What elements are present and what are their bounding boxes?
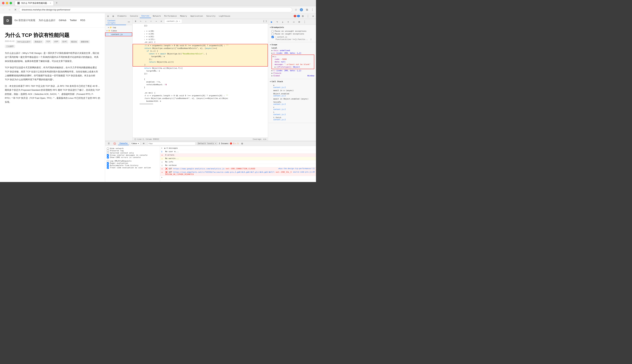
scope-header[interactable]: ▼ Scope: [268, 43, 316, 46]
nav-go-lang[interactable]: Go 语言设计与实现: [15, 19, 35, 22]
deactivate-icon[interactable]: ⊘: [297, 20, 301, 24]
pause-caught-input[interactable]: [272, 33, 274, 35]
callstack-header[interactable]: ▼ Call Stack: [268, 80, 316, 83]
back-button[interactable]: ←: [1, 8, 6, 12]
tag-udp[interactable]: UDP: [53, 40, 59, 44]
tab-memory[interactable]: Memory: [178, 14, 189, 18]
reload-button[interactable]: ✕: [13, 8, 18, 12]
content-scripts-tab[interactable]: Content scripts: [106, 19, 126, 25]
step-icon[interactable]: →: [154, 19, 158, 24]
tab-console[interactable]: Console: [128, 14, 140, 18]
tag-congestion[interactable]: 拥塞控制: [80, 40, 90, 44]
clear-console-icon[interactable]: 🚫: [112, 141, 117, 146]
console-settings-icon[interactable]: ⚙: [240, 141, 244, 146]
pause-uncaught-checkbox[interactable]: Pause on uncaught exceptions: [272, 30, 314, 32]
maximize-button[interactable]: [10, 2, 12, 4]
err-link-2[interactable]: https://use.edgefonts.net/c/7d333d/lw;so…: [173, 171, 274, 173]
pause-caught-checkbox[interactable]: Pause on caught exceptions: [272, 33, 314, 35]
address-input[interactable]: [19, 7, 292, 12]
tree-item-contentjs[interactable]: 📄 content.js: [105, 32, 132, 36]
nav-rss[interactable]: RSS: [80, 19, 85, 22]
tag-quic[interactable]: QUIC: [61, 40, 69, 44]
tab-network[interactable]: Network: [151, 14, 162, 18]
tab-close-icon[interactable]: ✕: [50, 2, 51, 4]
callstack-item-2[interactable]: Object.enabled content.js:2: [272, 92, 314, 97]
opt-group-similar-input[interactable]: [107, 154, 109, 156]
opt-selected-context-input[interactable]: [107, 152, 109, 154]
err-file-1[interactable]: whys-the-design-tcp-performance/:11: [278, 168, 315, 170]
tab-sources[interactable]: Sources: [140, 14, 151, 18]
console-sidebar-icon[interactable]: ☰: [106, 141, 111, 146]
deactivate-breakpoints-icon[interactable]: ⊘: [159, 19, 163, 24]
tag-handshake[interactable]: 三次握手: [5, 45, 15, 48]
opt-show-cors-input[interactable]: [107, 156, 109, 158]
opt-hide-network-input[interactable]: [107, 148, 109, 150]
console-filter-input[interactable]: [147, 142, 195, 145]
device-toggle-icon[interactable]: ⊞: [111, 14, 115, 18]
profile-icon[interactable]: D: [299, 8, 304, 12]
pause-uncaught-input[interactable]: [272, 30, 274, 32]
breakpoint-checkbox[interactable]: [272, 36, 274, 38]
breakpoints-header[interactable]: ▼ Breakpoints: [268, 26, 316, 29]
tree-item-cubox[interactable]: ▼ 📁 Cubox: [105, 29, 132, 32]
horizontal-scrollbar[interactable]: [139, 103, 153, 105]
callstack-item-7[interactable]: t.fetch content.js:2: [272, 116, 314, 121]
callstack-item-6[interactable]: l content.js:2: [272, 111, 314, 116]
file-tab-contentjs[interactable]: content.js ✕: [165, 20, 182, 23]
step-into-icon-2[interactable]: ↓: [280, 20, 285, 24]
tab-application[interactable]: Application: [189, 14, 205, 18]
more-icon[interactable]: ⋮: [302, 20, 307, 24]
code-editor[interactable]: }}} : = n(38) : = n(39): [133, 24, 268, 138]
tag-slow-start[interactable]: 慢启动: [70, 40, 78, 44]
callstack-item-4[interactable]: fetchFn content.js:2: [272, 100, 314, 106]
resume-icon[interactable]: ▶: [270, 20, 274, 24]
callstack-item-1[interactable]: await in o (async): [272, 89, 314, 92]
opt-log-xhr-input[interactable]: [107, 160, 109, 162]
nav-why-design[interactable]: 为什么这么设计: [39, 19, 56, 22]
format-icon[interactable]: { }: [263, 19, 267, 24]
callstack-item-5[interactable]: c content.js:2: [272, 106, 314, 111]
opt-preserve-log-input[interactable]: [107, 150, 109, 152]
step-out-icon-2[interactable]: ↑: [286, 20, 290, 24]
expand-btn[interactable]: ▶: [161, 176, 162, 178]
step-over-icon-2[interactable]: ↷: [275, 20, 279, 24]
tree-item-top[interactable]: ▼ 📁 top: [105, 26, 132, 29]
nav-github[interactable]: GitHub: [59, 19, 67, 22]
err-link-1[interactable]: https://www.google-analytics.com/analyti…: [173, 168, 225, 170]
file-tab-close-icon[interactable]: ✕: [179, 20, 180, 22]
bookmark-icon[interactable]: ☆: [294, 8, 298, 12]
nav-twitter[interactable]: Twitter: [70, 19, 77, 22]
tab-performance[interactable]: Performance: [162, 14, 178, 18]
more-tabs-icon[interactable]: >>: [126, 20, 132, 24]
menu-icon[interactable]: ⋮: [310, 8, 315, 12]
inspect-element-icon[interactable]: ⊡: [106, 14, 110, 18]
opt-eager-eval-input[interactable]: [107, 162, 109, 164]
err-file-2[interactable]: source-code-pro.js:20: [293, 171, 315, 173]
minimize-button[interactable]: [6, 2, 8, 4]
tab-elements[interactable]: Elements: [116, 14, 128, 18]
settings-icon[interactable]: ⚙: [301, 14, 305, 18]
opt-treat-code-input[interactable]: [107, 167, 109, 169]
default-levels-button[interactable]: Default levels ▾: [197, 142, 218, 145]
close-devtools-icon[interactable]: ✕: [311, 14, 315, 18]
tag-tcp[interactable]: TCP: [45, 40, 51, 44]
callstack-item-3[interactable]: await in Object.enabled (async): [272, 97, 314, 100]
tab-lighthouse[interactable]: Lighthouse: [217, 14, 232, 18]
extensions-icon[interactable]: ⧉: [305, 8, 309, 12]
callstack-item-0[interactable]: o content.js:2: [272, 84, 314, 89]
debugger-icon[interactable]: ⏸: [133, 19, 138, 24]
tag-system-design[interactable]: 系统设计: [33, 40, 44, 44]
expand-icon[interactable]: ▶: [161, 147, 162, 149]
forward-button[interactable]: →: [7, 8, 12, 12]
context-selector[interactable]: Cobox ▾: [130, 142, 140, 145]
new-tab-button[interactable]: +: [55, 1, 59, 5]
step-into-icon[interactable]: ↓: [144, 19, 148, 24]
step-icon-2[interactable]: →: [291, 20, 296, 24]
console-tab[interactable]: Console: [118, 142, 129, 145]
tab-security[interactable]: Security: [205, 14, 217, 18]
step-over-icon[interactable]: ↷: [138, 19, 143, 24]
close-button[interactable]: [2, 2, 5, 4]
step-out-icon[interactable]: ↑: [149, 19, 153, 24]
more-options-icon[interactable]: ⋮: [306, 14, 310, 18]
opt-autocomplete-input[interactable]: [107, 164, 109, 166]
